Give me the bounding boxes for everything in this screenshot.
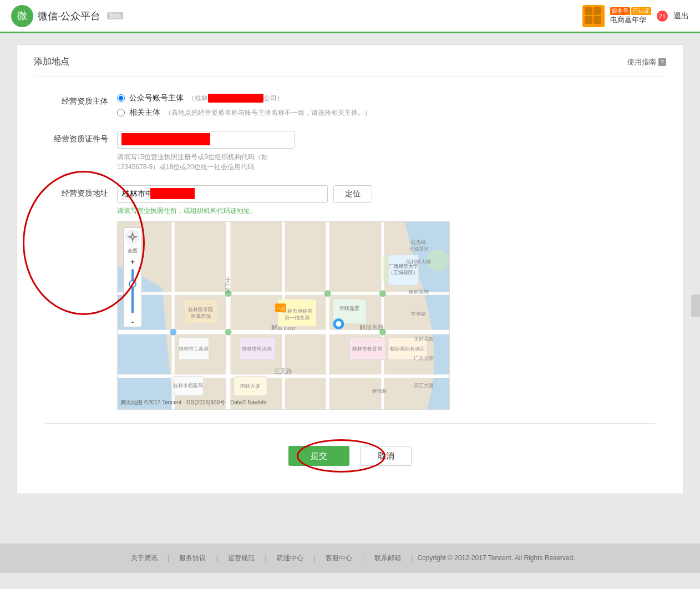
svg-text:优利特大楼: 优利特大楼: [406, 259, 431, 265]
svg-rect-5: [585, 16, 592, 24]
svg-text:国联大厦: 国联大厦: [240, 383, 260, 389]
card-header: 添加地点 使用指南 ?: [34, 56, 666, 77]
svg-text:华联嘉置: 华联嘉置: [339, 306, 359, 311]
footer-link-service2[interactable]: 客服中心: [326, 554, 352, 562]
svg-text:柏丽鹿商务酒店: 柏丽鹿商务酒店: [389, 346, 425, 352]
radio-main-label: 公众号账号主体: [129, 93, 184, 103]
svg-text:滨江大厦: 滨江大厦: [414, 383, 434, 388]
footer-link-operation[interactable]: 运营规范: [228, 554, 255, 562]
footer-copyright: Copyright © 2012-2017 Tencent. All Right…: [417, 554, 575, 562]
svg-point-53: [379, 329, 386, 336]
footer-link-service[interactable]: 服务协议: [179, 554, 206, 562]
map-svg: 解放西路 解放东路 三叉路 中山路 桂林医学院 附属医院: [118, 222, 449, 409]
map-attribution: 腾讯地图 ©2017 Tencent - GS(2016)930号 - Data…: [120, 399, 267, 407]
map-container[interactable]: 解放西路 解放东路 三叉路 中山路 桂林医学院 附属医院: [117, 221, 450, 410]
location-button[interactable]: 定位: [333, 185, 372, 203]
header-right: 服务号 已认证 电商嘉年华 21 退出: [582, 5, 689, 27]
svg-text:?: ?: [661, 59, 664, 65]
svg-text:自然装饰: 自然装饰: [409, 289, 429, 294]
logout-button[interactable]: 退出: [673, 11, 689, 21]
header-left: 微 微信·公众平台 Beta: [11, 5, 123, 27]
radio-option-related[interactable]: 相关主体 （若地点的经营资质名称与账号主体名称不一致，请选择相关主体。）: [117, 108, 655, 118]
form-section: 经营资质主体 公众号账号主体 （桂林 公司） 相关主体 （若地点的经营资质名称与…: [34, 93, 666, 477]
radio-main[interactable]: [117, 94, 125, 102]
map-zoom-in[interactable]: +: [126, 256, 139, 267]
radio-related-desc: （若地点的经营资质名称与账号主体名称不一致，请选择相关主体。）: [165, 108, 371, 118]
radio-option-main[interactable]: 公众号账号主体 （桂林 公司）: [117, 93, 655, 103]
map-zoom-handle: [129, 280, 136, 288]
sidebar-handle[interactable]: [691, 294, 700, 317]
beta-badge: Beta: [107, 12, 123, 19]
user-tags: 服务号 已认证: [610, 7, 651, 15]
tag-service: 服务号: [610, 7, 630, 15]
map-nav[interactable]: [124, 228, 141, 246]
help-link-label: 使用指南: [627, 57, 656, 67]
svg-point-50: [324, 290, 331, 297]
submit-button[interactable]: 提交: [288, 446, 349, 466]
radio-group-entity: 公众号账号主体 （桂林 公司） 相关主体 （若地点的经营资质名称与账号主体名称不…: [117, 93, 655, 118]
svg-text:解放东路: 解放东路: [359, 324, 384, 331]
user-name: 电商嘉年华: [610, 15, 651, 25]
svg-text:桂林市教育局: 桂林市教育局: [352, 346, 382, 352]
radio-related-label: 相关主体: [129, 108, 160, 118]
user-avatar: [582, 5, 605, 27]
svg-text:王府花园: 王府花园: [414, 336, 434, 342]
form-row-cert: 经营资质证件号 请填写15位营业执照注册号或9位组织机构代码（如 1234567…: [45, 131, 655, 172]
divider: [45, 423, 655, 424]
svg-text:桂林市地税局: 桂林市地税局: [282, 308, 312, 314]
svg-text:解放桥: 解放桥: [372, 388, 387, 394]
field2-label: 经营资质证件号: [45, 131, 117, 144]
cert-hint: 请填写15位营业执照注册号或9位组织机构代码（如 12345678-9）或18位…: [117, 152, 655, 172]
help-link[interactable]: 使用指南 ?: [627, 57, 666, 67]
svg-text:桂林医学院: 桂林医学院: [187, 307, 213, 312]
svg-text:桂林市档案局: 桂林市档案局: [173, 383, 203, 388]
svg-point-54: [170, 329, 176, 336]
tag-auth: 已认证: [631, 7, 651, 15]
footer-link-support[interactable]: 疏通中心: [277, 554, 303, 562]
svg-point-51: [379, 290, 386, 297]
form-row-entity: 经营资质主体 公众号账号主体 （桂林 公司） 相关主体 （若地点的经营资质名称与…: [45, 93, 655, 118]
address-row: 定位: [117, 185, 655, 203]
cert-number-input[interactable]: [117, 131, 295, 149]
footer: 关于腾讯 | 服务协议 | 运营规范 | 疏通中心 | 客服中心 | 联系邮箱 …: [0, 544, 700, 573]
map-controls: 全图 + -: [123, 227, 142, 327]
svg-text:桂林市工商局: 桂林市工商局: [178, 346, 209, 352]
radio-related[interactable]: [117, 109, 125, 116]
header-title: 微信·公众平台: [38, 9, 100, 23]
svg-rect-6: [594, 16, 601, 24]
map-zoom-slider[interactable]: [131, 269, 134, 313]
svg-point-52: [225, 329, 232, 336]
field2-content: 请填写15位营业执照注册号或9位组织机构代码（如 12345678-9）或18位…: [117, 131, 655, 172]
map-zoom-out[interactable]: -: [126, 316, 139, 327]
svg-text:微: 微: [17, 10, 27, 21]
field1-content: 公众号账号主体 （桂林 公司） 相关主体 （若地点的经营资质名称与账号主体名称不…: [117, 93, 655, 118]
field3-label: 经营资质地址: [45, 185, 117, 199]
card-title: 添加地点: [34, 56, 69, 68]
cancel-button[interactable]: 取消: [361, 446, 412, 466]
svg-text:第一稽查局: 第一稽查局: [285, 315, 310, 321]
cert-input-wrapper: [117, 131, 295, 149]
svg-text:桂林市司法局: 桂林市司法局: [241, 346, 272, 352]
wechat-logo: 微: [11, 5, 33, 27]
redacted-company: [208, 94, 263, 103]
help-icon: ?: [658, 58, 666, 66]
svg-point-49: [225, 290, 232, 297]
field1-label: 经营资质主体: [45, 93, 117, 106]
address-input[interactable]: [117, 185, 328, 203]
footer-link-about[interactable]: 关于腾讯: [131, 554, 158, 562]
svg-text:中华路: 中华路: [411, 311, 426, 317]
footer-links: 关于腾讯 | 服务协议 | 运营规范 | 疏通中心 | 客服中心 | 联系邮箱: [125, 554, 408, 562]
form-row-address: 经营资质地址 定位 请填写营业执照住所，或组织机构代码证地址。: [45, 185, 655, 410]
main-wrapper: 添加地点 使用指南 ? 经营资质主体 公众号账: [0, 33, 700, 532]
svg-text:王城景区: 王城景区: [409, 246, 429, 252]
notification-badge[interactable]: 21: [657, 11, 668, 22]
svg-text:附属医院: 附属医院: [191, 313, 211, 319]
footer-link-email[interactable]: 联系邮箱: [374, 554, 401, 562]
map-all-label: 全图: [128, 246, 138, 256]
svg-text:一品: 一品: [276, 306, 285, 311]
header: 微 微信·公众平台 Beta 服务号 已认证 电商嘉年华 21 退出: [0, 0, 700, 33]
svg-point-48: [336, 321, 341, 327]
svg-text:广东会馆: 广东会馆: [414, 356, 434, 361]
content-card: 添加地点 使用指南 ? 经营资质主体 公众号账: [17, 44, 683, 494]
radio-main-company: （桂林 公司）: [188, 94, 283, 103]
